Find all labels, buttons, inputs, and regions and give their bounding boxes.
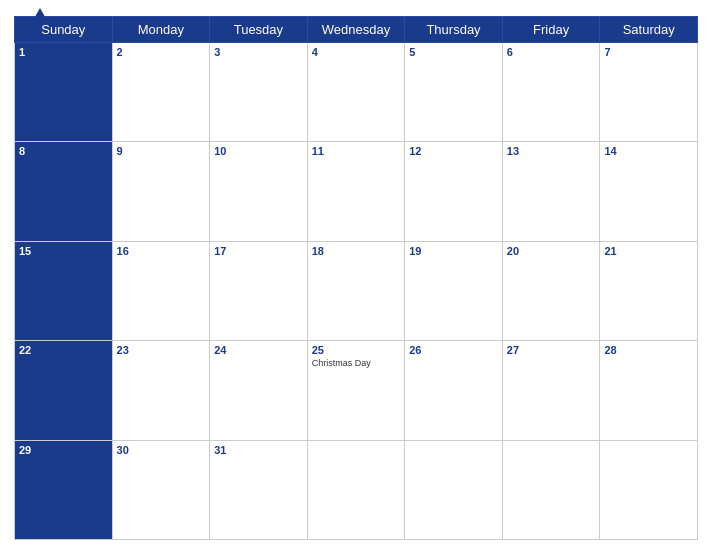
calendar-cell: 29 [15, 440, 113, 539]
date-number: 31 [214, 444, 303, 456]
calendar-cell: 6 [502, 43, 600, 142]
date-number: 22 [19, 344, 108, 356]
calendar-cell: 30 [112, 440, 210, 539]
date-number: 30 [117, 444, 206, 456]
date-number: 6 [507, 46, 596, 58]
calendar-cell: 20 [502, 241, 600, 340]
date-number: 1 [19, 46, 108, 58]
week-row-3: 15161718192021 [15, 241, 698, 340]
date-number: 28 [604, 344, 693, 356]
calendar-cell: 19 [405, 241, 503, 340]
weekday-header-wednesday: Wednesday [307, 17, 405, 43]
date-number: 14 [604, 145, 693, 157]
calendar-cell: 28 [600, 341, 698, 440]
date-number: 19 [409, 245, 498, 257]
calendar-cell: 2 [112, 43, 210, 142]
calendar-cell: 17 [210, 241, 308, 340]
date-number: 4 [312, 46, 401, 58]
calendar-cell: 27 [502, 341, 600, 440]
date-number: 23 [117, 344, 206, 356]
calendar-cell: 9 [112, 142, 210, 241]
week-row-5: 293031 [15, 440, 698, 539]
logo [14, 10, 48, 22]
date-number: 25 [312, 344, 401, 356]
calendar-cell [405, 440, 503, 539]
calendar-cell: 13 [502, 142, 600, 241]
calendar-cell: 4 [307, 43, 405, 142]
calendar-cell: 16 [112, 241, 210, 340]
calendar-cell [502, 440, 600, 539]
date-number: 7 [604, 46, 693, 58]
calendar-cell: 3 [210, 43, 308, 142]
weekday-header-saturday: Saturday [600, 17, 698, 43]
date-number: 9 [117, 145, 206, 157]
calendar-cell: 23 [112, 341, 210, 440]
weekday-header-row: SundayMondayTuesdayWednesdayThursdayFrid… [15, 17, 698, 43]
date-number: 10 [214, 145, 303, 157]
calendar-cell: 12 [405, 142, 503, 241]
calendar-cell: 22 [15, 341, 113, 440]
calendar-cell [307, 440, 405, 539]
date-number: 15 [19, 245, 108, 257]
logo-triangle-icon [32, 8, 48, 22]
weekday-header-thursday: Thursday [405, 17, 503, 43]
date-number: 21 [604, 245, 693, 257]
date-number: 16 [117, 245, 206, 257]
date-number: 29 [19, 444, 108, 456]
calendar-cell: 21 [600, 241, 698, 340]
calendar-table: SundayMondayTuesdayWednesdayThursdayFrid… [14, 16, 698, 540]
weekday-header-friday: Friday [502, 17, 600, 43]
date-number: 2 [117, 46, 206, 58]
date-number: 12 [409, 145, 498, 157]
calendar-cell: 18 [307, 241, 405, 340]
date-number: 26 [409, 344, 498, 356]
week-row-1: 1234567 [15, 43, 698, 142]
calendar-cell: 15 [15, 241, 113, 340]
date-number: 24 [214, 344, 303, 356]
date-number: 18 [312, 245, 401, 257]
calendar-cell: 10 [210, 142, 308, 241]
calendar-cell: 11 [307, 142, 405, 241]
date-number: 3 [214, 46, 303, 58]
date-number: 8 [19, 145, 108, 157]
date-number: 17 [214, 245, 303, 257]
calendar-cell: 7 [600, 43, 698, 142]
calendar-thead: SundayMondayTuesdayWednesdayThursdayFrid… [15, 17, 698, 43]
calendar-cell: 14 [600, 142, 698, 241]
calendar-cell: 31 [210, 440, 308, 539]
logo-inner [14, 10, 48, 22]
date-number: 13 [507, 145, 596, 157]
calendar-wrapper: SundayMondayTuesdayWednesdayThursdayFrid… [0, 0, 712, 550]
week-row-4: 22232425Christmas Day262728 [15, 341, 698, 440]
weekday-header-tuesday: Tuesday [210, 17, 308, 43]
weekday-header-monday: Monday [112, 17, 210, 43]
date-number: 20 [507, 245, 596, 257]
event-label: Christmas Day [312, 358, 401, 368]
calendar-cell: 1 [15, 43, 113, 142]
calendar-body: 1234567891011121314151617181920212223242… [15, 43, 698, 540]
calendar-cell: 8 [15, 142, 113, 241]
date-number: 5 [409, 46, 498, 58]
date-number: 27 [507, 344, 596, 356]
date-number: 11 [312, 145, 401, 157]
week-row-2: 891011121314 [15, 142, 698, 241]
calendar-cell [600, 440, 698, 539]
calendar-cell: 24 [210, 341, 308, 440]
calendar-cell: 26 [405, 341, 503, 440]
calendar-cell: 25Christmas Day [307, 341, 405, 440]
calendar-cell: 5 [405, 43, 503, 142]
